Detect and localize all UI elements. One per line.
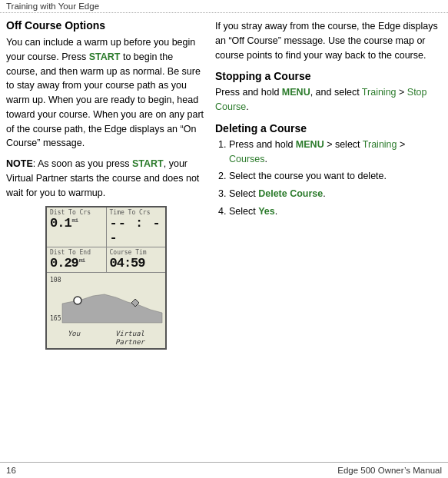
course-time-value: 04:59 bbox=[110, 256, 145, 271]
screen-graph: 108 165 bbox=[47, 273, 165, 328]
step3-text: Select bbox=[229, 188, 258, 199]
left-paragraph1: You can include a warm up before you beg… bbox=[6, 35, 206, 151]
step3-delete[interactable]: Delete Course bbox=[258, 188, 323, 199]
left-column: Off Course Options You can include a war… bbox=[6, 19, 206, 350]
step1-menu: MENU bbox=[296, 139, 324, 150]
page-title: Training with Your Edge bbox=[6, 2, 99, 11]
step1-training[interactable]: Training bbox=[363, 139, 397, 150]
stopping-end: . bbox=[246, 101, 248, 112]
right-column: If you stray away from the course, the E… bbox=[215, 19, 442, 350]
step1-text2: > select bbox=[324, 139, 363, 150]
virtual-partner-label: VirtualPartner bbox=[115, 330, 144, 347]
para1b-text: to begin the course, and then warm up as… bbox=[6, 51, 204, 149]
top-bar: Training with Your Edge bbox=[0, 0, 448, 13]
screen-top-row: Dist To Crs 0.1mi Time To Crs -- : -- bbox=[47, 207, 165, 247]
course-time-cell: Course Tim 04:59 bbox=[107, 247, 166, 272]
stopping-heading: Stopping a Course bbox=[215, 70, 442, 82]
note-label: NOTE bbox=[6, 158, 33, 169]
device-screen: Dist To Crs 0.1mi Time To Crs -- : -- bbox=[45, 206, 167, 350]
dist-to-crs-cell: Dist To Crs 0.1mi bbox=[47, 207, 107, 247]
you-label: You bbox=[68, 330, 80, 347]
step1-text1: Press and hold bbox=[229, 139, 296, 150]
start-label-2: START bbox=[132, 158, 164, 169]
start-label-1: START bbox=[89, 51, 121, 62]
dist-to-crs-num: 0.1 bbox=[50, 216, 71, 231]
step4-end: . bbox=[275, 206, 277, 217]
step4-text: Select bbox=[229, 206, 258, 217]
list-item: Select Delete Course. bbox=[229, 187, 442, 201]
time-to-crs-value: -- : -- bbox=[110, 216, 161, 245]
list-item: Press and hold MENU > select Training > … bbox=[229, 138, 442, 167]
note-paragraph: NOTE: As soon as you press START, your V… bbox=[6, 157, 206, 200]
graph-top-label: 108 bbox=[50, 277, 61, 284]
stopping-paragraph: Press and hold MENU, and select Training… bbox=[215, 85, 442, 115]
dist-to-crs-label: Dist To Crs bbox=[50, 209, 103, 216]
bottom-bar: 16 Edge 500 Owner’s Manual bbox=[0, 462, 448, 478]
manual-title: Edge 500 Owner’s Manual bbox=[337, 466, 442, 475]
dist-to-end-cell: Dist To End 0.29mi bbox=[47, 247, 107, 272]
dist-to-crs-value: 0.1mi bbox=[50, 216, 78, 231]
dist-to-end-unit: mi bbox=[79, 257, 85, 264]
screen-bottom-row: Dist To End 0.29mi Course Tim 04:59 bbox=[47, 247, 165, 273]
deleting-steps-list: Press and hold MENU > select Training > … bbox=[229, 138, 442, 219]
dist-to-crs-unit: mi bbox=[72, 217, 78, 224]
time-to-crs-cell: Time To Crs -- : -- bbox=[107, 207, 166, 247]
list-item: Select Yes. bbox=[229, 204, 442, 219]
time-to-crs-label: Time To Crs bbox=[110, 209, 163, 216]
list-item: Select the course you want to delete. bbox=[229, 169, 442, 184]
dist-to-end-value: 0.29mi bbox=[50, 256, 85, 271]
stopping-text1: Press and hold bbox=[215, 87, 282, 98]
step2-text: Select the course you want to delete. bbox=[229, 171, 387, 181]
step1-end: . bbox=[265, 154, 267, 164]
stopping-arrow: > bbox=[397, 87, 407, 98]
note-text: : As soon as you press bbox=[33, 158, 132, 169]
dist-to-end-label: Dist To End bbox=[50, 249, 103, 256]
intro-paragraph: If you stray away from the course, the E… bbox=[215, 19, 442, 62]
course-time-label: Course Tim bbox=[110, 249, 163, 256]
deleting-heading: Deleting a Course bbox=[215, 122, 442, 134]
left-heading: Off Course Options bbox=[6, 19, 206, 32]
stopping-text2: , and select bbox=[310, 87, 362, 98]
step4-yes[interactable]: Yes bbox=[258, 206, 275, 217]
page-wrapper: Training with Your Edge Off Course Optio… bbox=[0, 0, 448, 478]
menu-label: MENU bbox=[282, 87, 310, 98]
you-marker bbox=[74, 297, 81, 304]
graph-bottom-label: 165 bbox=[50, 315, 61, 322]
device-image: Dist To Crs 0.1mi Time To Crs -- : -- bbox=[6, 206, 206, 350]
page-number: 16 bbox=[6, 466, 16, 475]
content-wrapper: Off Course Options You can include a war… bbox=[0, 13, 448, 356]
dist-to-end-num: 0.29 bbox=[50, 256, 78, 271]
training-link[interactable]: Training bbox=[362, 87, 397, 98]
step1-courses[interactable]: Courses bbox=[229, 154, 265, 164]
screen-labels-row: You VirtualPartner bbox=[47, 328, 165, 348]
step1-arrow: > bbox=[397, 139, 406, 150]
step3-end: . bbox=[323, 188, 325, 199]
graph-svg: 108 165 bbox=[47, 273, 165, 328]
